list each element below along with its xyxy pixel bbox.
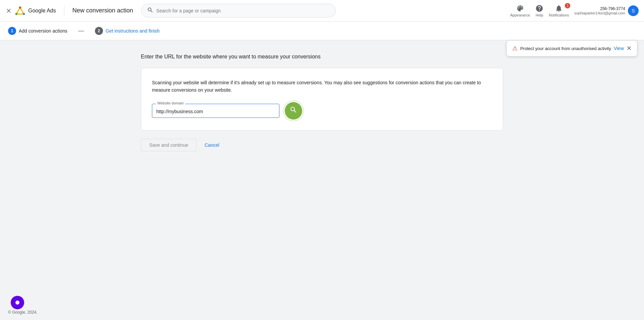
user-section[interactable]: 256-796-3774 sophiaparker14oct@gmail.com… [574,5,639,16]
nav-actions: Appearance Help 1 Notifications 256-796-… [510,4,639,17]
notifications-button[interactable]: 1 Notifications [549,4,569,17]
svg-point-2 [15,13,17,15]
cancel-button[interactable]: Cancel [202,139,222,151]
domain-label: Website domain [156,101,185,105]
form-row: Website domain [152,102,492,120]
save-continue-button[interactable]: Save and continue [141,139,197,151]
step-2-label: Get instructions and finish [106,28,160,34]
banner-view-link[interactable]: View [614,46,624,51]
user-phone: 256-796-3774 [574,6,625,11]
user-email: sophiaparker14oct@gmail.com [574,11,625,15]
svg-point-4 [19,6,21,8]
title-divider [64,5,64,16]
footer-text: © Google, 2024. [8,310,38,315]
notification-count: 1 [565,3,570,8]
top-navigation: Google Ads New conversion action Appeara… [0,0,644,21]
warning-icon: ⚠ [512,45,518,52]
step-1-label: Add conversion actions [19,28,67,34]
user-avatar[interactable]: S [628,5,639,16]
scan-button[interactable] [285,102,302,120]
conversion-card: Scanning your website will determine if … [141,68,503,131]
main-content: Enter the URL for the website where you … [121,40,523,165]
scan-icon [289,106,298,116]
close-button[interactable] [5,7,12,14]
banner-close-button[interactable]: ✕ [627,45,632,52]
bottom-circle-widget[interactable] [11,296,24,309]
search-icon [147,7,154,14]
notifications-label: Notifications [549,13,569,17]
step-1[interactable]: 1 Add conversion actions [8,27,67,35]
search-input[interactable] [156,8,330,13]
step-1-number: 1 [8,27,16,35]
section-title: Enter the URL for the website where you … [141,54,503,60]
search-bar[interactable] [141,4,336,17]
step-separator: — [78,27,84,34]
logo-text: Google Ads [28,8,56,14]
step-2-number: 2 [95,27,103,35]
website-domain-input[interactable] [152,104,279,118]
footer: © Google, 2024. [8,310,38,315]
appearance-label: Appearance [510,13,530,17]
bottom-circle-inner [15,301,19,305]
action-row: Save and continue Cancel [141,139,503,151]
steps-bar: 1 Add conversion actions — 2 Get instruc… [0,21,644,40]
page-title: New conversion action [72,7,133,14]
help-label: Help [536,13,543,17]
svg-point-3 [23,13,25,15]
appearance-button[interactable]: Appearance [510,4,530,17]
banner-message: Protect your account from unauthorised a… [520,46,611,51]
help-button[interactable]: Help [535,4,543,17]
website-domain-wrap: Website domain [152,104,279,118]
google-ads-logo: Google Ads [15,5,56,16]
card-description: Scanning your website will determine if … [152,79,492,94]
notification-banner: ⚠ Protect your account from unauthorised… [506,40,637,56]
step-2[interactable]: 2 Get instructions and finish [95,27,160,35]
